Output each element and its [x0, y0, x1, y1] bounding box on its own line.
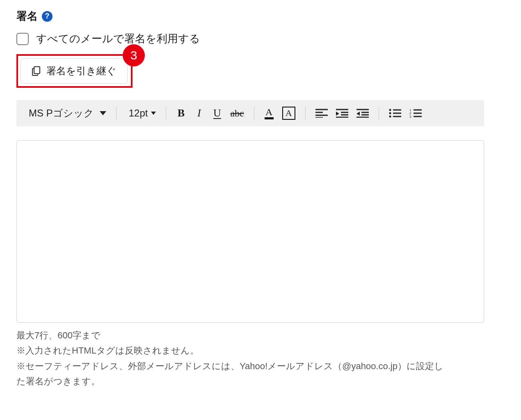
use-signature-label: すべてのメールで署名を利用する	[36, 32, 200, 46]
copy-icon	[32, 66, 41, 76]
toolbar-separator	[166, 107, 166, 120]
background-color-icon: A	[282, 107, 295, 120]
strikethrough-button[interactable]: abc	[228, 106, 246, 121]
note-limit: 最大7行、600字まで	[16, 328, 451, 343]
underline-button[interactable]: U	[210, 106, 224, 121]
align-left-button[interactable]	[313, 106, 330, 121]
indent-increase-button[interactable]	[334, 106, 351, 121]
help-icon[interactable]: ?	[42, 11, 53, 22]
toolbar-separator	[254, 107, 254, 120]
svg-marker-2	[151, 112, 156, 115]
svg-point-17	[389, 109, 391, 111]
indent-decrease-button[interactable]	[354, 106, 371, 121]
italic-icon: I	[197, 107, 201, 119]
svg-marker-16	[356, 112, 360, 116]
toolbar-separator	[379, 107, 379, 120]
svg-text:3: 3	[409, 115, 411, 118]
caret-down-icon	[151, 112, 156, 115]
font-size-value: 12pt	[126, 106, 151, 121]
numbered-list-button[interactable]: 123	[407, 106, 424, 121]
editor-notes: 最大7行、600字まで ※入力されたHTMLタグは反映されません。 ※セーフティ…	[16, 328, 451, 389]
font-color-button[interactable]: A	[262, 106, 276, 121]
indent-increase-icon	[336, 109, 348, 118]
indent-decrease-icon	[356, 109, 369, 118]
background-color-button[interactable]: A	[280, 106, 298, 121]
italic-button[interactable]: I	[192, 106, 206, 121]
note-safety-address: ※セーフティーアドレス、外部メールアドレスには、Yahoo!メールアドレス（@y…	[16, 358, 451, 389]
note-html-tags: ※入力されたHTMLタグは反映されません。	[16, 343, 451, 358]
toolbar-separator	[305, 107, 306, 120]
toolbar-separator	[116, 107, 117, 120]
font-size-select[interactable]: 12pt	[124, 106, 159, 121]
svg-rect-0	[34, 67, 40, 74]
inherit-highlight-box: 署名を引き継ぐ	[16, 54, 133, 88]
step-badge: 3	[123, 44, 145, 66]
editor-toolbar: MS Pゴシック 12pt B I U abc	[16, 100, 484, 126]
inherit-signature-label: 署名を引き継ぐ	[46, 64, 117, 78]
caret-down-icon	[100, 111, 106, 115]
svg-point-18	[389, 112, 391, 114]
use-signature-row: すべてのメールで署名を利用する	[16, 32, 505, 46]
signature-editor[interactable]	[16, 140, 484, 323]
strikethrough-icon: abc	[230, 108, 244, 119]
svg-marker-11	[336, 112, 339, 116]
svg-marker-1	[100, 111, 106, 115]
inherit-signature-button[interactable]: 署名を引き継ぐ	[21, 58, 128, 84]
font-color-icon: A	[265, 107, 274, 119]
align-left-icon	[315, 109, 328, 118]
svg-point-19	[389, 116, 391, 118]
underline-icon: U	[213, 107, 221, 119]
bullet-list-icon	[389, 109, 401, 118]
font-family-value: MS Pゴシック	[26, 105, 96, 121]
use-signature-checkbox[interactable]	[16, 33, 29, 45]
bold-button[interactable]: B	[174, 106, 188, 121]
bold-icon: B	[178, 107, 185, 119]
section-title: 署名	[16, 9, 38, 23]
bullet-list-button[interactable]	[386, 106, 404, 121]
numbered-list-icon: 123	[409, 109, 422, 118]
section-header: 署名 ?	[16, 9, 505, 23]
font-family-select[interactable]: MS Pゴシック	[24, 106, 109, 121]
